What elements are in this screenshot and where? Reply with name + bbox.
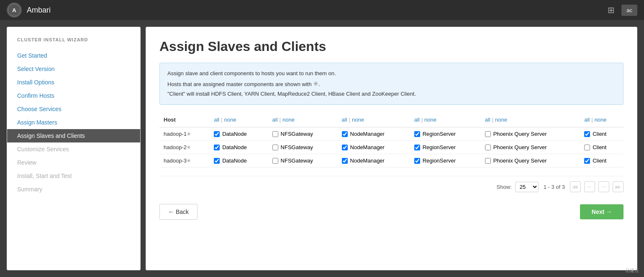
regionserver-checkbox[interactable] (414, 145, 420, 150)
phoenix-checkbox[interactable] (485, 158, 491, 164)
sidebar-item-get-started[interactable]: Get Started (7, 49, 140, 62)
table-row: hadoop-3✳DataNodeNFSGatewayNodeManagerRe… (159, 154, 623, 168)
datanode-cell: DataNode (210, 154, 268, 168)
sidebar-item-select-version[interactable]: Select Version (7, 62, 140, 76)
info-line1: Assign slave and client components to ho… (167, 69, 616, 78)
client-all-link[interactable]: all (584, 117, 590, 123)
sidebar-item-assign-slaves: Assign Slaves and Clients (7, 129, 140, 142)
nfsgateway-checkbox[interactable] (272, 131, 278, 137)
next-button[interactable]: Next → (580, 204, 623, 219)
app-title: Ambari (27, 6, 51, 15)
client-checkbox[interactable] (584, 145, 590, 150)
info-line2: Hosts that are assigned master component… (167, 78, 616, 89)
regionserver-checkbox[interactable] (414, 131, 420, 137)
user-menu[interactable]: ac (621, 5, 637, 16)
phoenix-label[interactable]: Phoenix Query Server (485, 158, 576, 164)
regionserver-label[interactable]: RegionServer (414, 131, 477, 137)
topbar-right: ⊞ ac (608, 5, 637, 16)
sidebar-item-assign-masters[interactable]: Assign Masters (7, 116, 140, 129)
client-cell: Client (580, 154, 623, 168)
phoenix-service-name: Phoenix Query Server (493, 158, 547, 164)
datanode-none-link[interactable]: none (224, 117, 236, 123)
regionserver-all-link[interactable]: all (414, 117, 420, 123)
datanode-label[interactable]: DataNode (214, 131, 264, 137)
nfsgateway-label[interactable]: NFSGateway (272, 144, 334, 150)
nfsgateway-service-name: NFSGateway (281, 158, 313, 164)
info-line3: "Client" will install HDFS Client, YARN … (167, 89, 616, 99)
regionserver-service-name: RegionServer (423, 131, 456, 137)
datanode-label[interactable]: DataNode (214, 144, 264, 150)
host-cell: hadoop-3✳ (159, 154, 210, 168)
show-label: Show: (497, 184, 512, 190)
nfsgateway-none-link[interactable]: none (282, 117, 295, 123)
nfsgateway-checkbox[interactable] (272, 158, 278, 164)
sidebar-item-confirm-hosts[interactable]: Confirm Hosts (7, 89, 140, 102)
page-title: Assign Slaves and Clients (159, 39, 623, 54)
nodemanager-checkbox[interactable] (342, 131, 348, 137)
regionserver-cell: RegionServer (410, 154, 481, 168)
datanode-label[interactable]: DataNode (214, 158, 264, 164)
show-select[interactable]: 25 10 50 100 (515, 182, 539, 192)
nfsgateway-service-name: NFSGateway (281, 131, 313, 137)
nfsgateway-label[interactable]: NFSGateway (272, 131, 334, 137)
regionserver-cell: RegionServer (410, 141, 481, 154)
first-page-button[interactable]: ⏮ (570, 181, 581, 192)
nfsgateway-label[interactable]: NFSGateway (272, 158, 334, 164)
pagination-bar: Show: 25 10 50 100 1 - 3 of 3 ⏮ ← → ⏭ (159, 176, 623, 192)
nodemanager-label[interactable]: NodeManager (342, 144, 406, 150)
main-layout: CLUSTER INSTALL WIZARD Get Started Selec… (0, 20, 644, 277)
client-none-link[interactable]: none (595, 117, 607, 123)
nodemanager-cell: NodeManager (338, 127, 410, 141)
content-area: Assign Slaves and Clients Assign slave a… (146, 27, 637, 270)
grid-icon[interactable]: ⊞ (608, 5, 615, 15)
client-label[interactable]: Client (584, 144, 619, 150)
nodemanager-checkbox[interactable] (342, 145, 348, 150)
topbar: A Ambari ⊞ ac (0, 0, 644, 20)
nodemanager-service-name: NodeManager (350, 144, 385, 150)
client-label[interactable]: Client (584, 131, 619, 137)
datanode-checkbox[interactable] (214, 131, 220, 137)
client-checkbox[interactable] (584, 131, 590, 137)
phoenix-checkbox[interactable] (485, 131, 491, 137)
nodemanager-none-link[interactable]: none (352, 117, 364, 123)
back-button[interactable]: ← Back (159, 204, 198, 220)
sidebar-item-customize-services: Customize Services (7, 142, 140, 156)
client-label[interactable]: Client (584, 158, 619, 164)
nodemanager-service-name: NodeManager (350, 131, 385, 137)
last-page-button[interactable]: ⏭ (613, 181, 623, 192)
table-header-row: Host all | none all | none (159, 113, 623, 127)
nfsgateway-checkbox[interactable] (272, 145, 278, 150)
phoenix-checkbox[interactable] (485, 145, 491, 150)
col-header-datanode: all | none (210, 113, 268, 127)
master-star: ✳ (187, 145, 191, 150)
nodemanager-label[interactable]: NodeManager (342, 131, 406, 137)
nodemanager-all-link[interactable]: all (342, 117, 347, 123)
regionserver-label[interactable]: RegionServer (414, 144, 477, 150)
phoenix-label[interactable]: Phoenix Query Server (485, 144, 576, 150)
datanode-service-name: DataNode (222, 131, 247, 137)
prev-page-button[interactable]: ← (584, 181, 595, 192)
regionserver-none-link[interactable]: none (424, 117, 436, 123)
datanode-checkbox[interactable] (214, 158, 220, 164)
phoenix-service-name: Phoenix Query Server (493, 131, 547, 137)
sidebar-item-install-options[interactable]: Install Options (7, 76, 140, 89)
phoenix-none-link[interactable]: none (495, 117, 507, 123)
client-service-name: Client (593, 131, 606, 137)
datanode-cell: DataNode (210, 141, 268, 154)
nfsgateway-all-link[interactable]: all (272, 117, 278, 123)
datanode-all-link[interactable]: all (214, 117, 219, 123)
nodemanager-label[interactable]: NodeManager (342, 158, 406, 164)
regionserver-checkbox[interactable] (414, 158, 420, 164)
nfsgateway-service-name: NFSGateway (281, 144, 313, 150)
next-page-button[interactable]: → (598, 181, 609, 192)
phoenix-label[interactable]: Phoenix Query Server (485, 131, 576, 137)
client-checkbox[interactable] (584, 158, 590, 164)
sidebar-item-install-start-test: Install, Start and Test (7, 169, 140, 183)
host-cell: hadoop-2✳ (159, 141, 210, 154)
datanode-checkbox[interactable] (214, 145, 220, 150)
regionserver-label[interactable]: RegionServer (414, 158, 477, 164)
sidebar-item-choose-services[interactable]: Choose Services (7, 102, 140, 116)
phoenix-all-link[interactable]: all (485, 117, 490, 123)
col-header-nfsgateway: all | none (268, 113, 338, 127)
nodemanager-checkbox[interactable] (342, 158, 348, 164)
